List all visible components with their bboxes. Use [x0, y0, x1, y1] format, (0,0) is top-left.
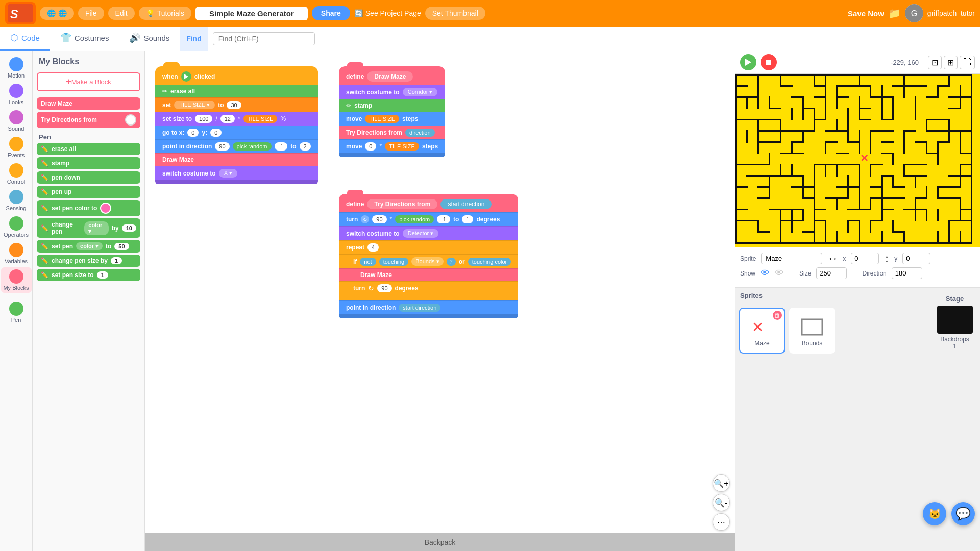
- file-button[interactable]: File: [78, 7, 104, 20]
- block-pen-down[interactable]: ✏️ pen down: [37, 171, 140, 184]
- tab-sounds[interactable]: 🔊 Sounds: [119, 27, 180, 51]
- set-thumbnail-button[interactable]: Set Thumbnail: [425, 7, 485, 20]
- costume-x-dropdown[interactable]: X ▾: [219, 169, 237, 178]
- avatar[interactable]: G: [905, 4, 923, 22]
- save-now-button[interactable]: Save Now: [848, 9, 884, 18]
- make-block-button[interactable]: + Make a Block: [37, 72, 140, 91]
- zoom-reset-button[interactable]: ⋯: [713, 513, 730, 531]
- block-switch-costume-x[interactable]: switch costume to X ▾: [155, 166, 318, 184]
- sidebar-item-sensing[interactable]: Sensing: [1, 188, 32, 213]
- block-repeat-4[interactable]: repeat 4: [339, 240, 518, 254]
- block-draw-maze-inner[interactable]: Draw Maze: [339, 268, 518, 281]
- stage-small-button[interactable]: ⊡: [928, 56, 942, 69]
- operators-dot: [9, 216, 23, 231]
- block-draw-maze-call[interactable]: Draw Maze: [155, 153, 318, 166]
- pen-down-label: pen down: [52, 174, 80, 181]
- color-val-dropdown[interactable]: color ▾: [76, 242, 103, 250]
- block-try-directions[interactable]: Try Directions from: [37, 112, 140, 128]
- define-draw-maze-block[interactable]: define Draw Maze: [339, 66, 445, 85]
- block-switch-detector[interactable]: switch costume to Detector ▾: [339, 226, 518, 240]
- stage-fullscreen-button[interactable]: ⛶: [960, 56, 975, 69]
- sidebar-item-control[interactable]: Control: [1, 161, 32, 187]
- edit-button[interactable]: Edit: [108, 7, 135, 20]
- detector-dropdown[interactable]: Detector ▾: [403, 229, 439, 238]
- tab-costumes[interactable]: 👕 Costumes: [50, 27, 119, 51]
- to-label-2: to: [453, 216, 459, 223]
- block-change-pen-color[interactable]: ✏️ change pen color ▾ by 10: [37, 218, 140, 238]
- block-set-tile-size[interactable]: set TILE SIZE ▾ to 30: [155, 97, 318, 112]
- find-input[interactable]: [213, 32, 315, 45]
- random-from: -1: [275, 142, 288, 151]
- share-button[interactable]: Share: [312, 6, 350, 20]
- sidebar-item-operators[interactable]: Operators: [1, 214, 32, 240]
- pen-label: Pen: [11, 317, 21, 323]
- tile-size-dropdown[interactable]: TILE SIZE ▾: [174, 101, 215, 109]
- size-input[interactable]: [816, 267, 847, 279]
- maze-canvas: [735, 74, 980, 247]
- to-random: to: [290, 143, 296, 150]
- tutorials-button[interactable]: 💡 Tutorials: [139, 7, 191, 20]
- sidebar-item-motion[interactable]: Motion: [1, 55, 32, 81]
- add-sprite-button[interactable]: 💬: [951, 502, 975, 525]
- block-stamp-define[interactable]: ✏ stamp: [339, 99, 445, 112]
- x-coord-input[interactable]: [851, 253, 879, 264]
- sidebar-item-pen[interactable]: Pen: [1, 299, 32, 325]
- hat-block-flag[interactable]: when clicked: [155, 66, 318, 85]
- backpack-bar[interactable]: Backpack: [145, 533, 735, 551]
- see-project-label: See Project Page: [365, 9, 421, 17]
- block-set-pen-color-val[interactable]: ✏️ set pen color ▾ to 50: [37, 240, 140, 253]
- block-set-size[interactable]: set size to 100 / 12 * TILE SIZE %: [155, 112, 318, 126]
- bounds-dropdown[interactable]: Bounds ▾: [411, 257, 443, 266]
- block-erase-all[interactable]: ✏️ erase all: [37, 143, 140, 155]
- stop-button[interactable]: [761, 54, 777, 70]
- sidebar-item-myblocks[interactable]: My Blocks: [1, 267, 32, 293]
- block-move-neg-tile-size[interactable]: move 0 * TILE SIZE steps: [339, 139, 445, 157]
- toggle-switch[interactable]: [125, 114, 136, 126]
- globe-button[interactable]: 🌐 🌐: [40, 7, 74, 20]
- sprite-tile-bounds[interactable]: Bounds: [789, 308, 835, 354]
- block-switch-corridor[interactable]: switch costume to Corridor ▾: [339, 85, 445, 99]
- sprite-tile-maze[interactable]: 🗑 ✕ Maze: [739, 308, 785, 354]
- tab-code[interactable]: ⬡ Code: [0, 27, 50, 51]
- zoom-out-button[interactable]: 🔍-: [713, 494, 730, 511]
- block-erase-all-canvas[interactable]: ✏ erase all: [155, 85, 318, 97]
- see-project-button[interactable]: 🔄 See Project Page: [354, 9, 421, 17]
- green-flag-button[interactable]: [740, 54, 756, 70]
- block-move-tile-size[interactable]: move TILE SIZE steps: [339, 112, 445, 126]
- project-name-input[interactable]: [195, 7, 308, 20]
- color-swatch[interactable]: [100, 203, 111, 214]
- block-stamp[interactable]: ✏️ stamp: [37, 157, 140, 169]
- block-set-pen-size[interactable]: ✏️ set pen size to 1: [37, 269, 140, 281]
- block-pen-up[interactable]: ✏️ pen up: [37, 186, 140, 198]
- sprite-name-input[interactable]: [761, 253, 822, 264]
- show-eye-closed[interactable]: 👁: [775, 268, 784, 279]
- slash-1: /: [215, 115, 217, 122]
- define-try-directions-block[interactable]: define Try Directions from start directi…: [339, 194, 518, 212]
- block-turn-cw-90[interactable]: turn ↻ 90 degrees: [339, 281, 518, 295]
- show-eye-open[interactable]: 👁: [761, 268, 770, 279]
- block-if[interactable]: if not touching Bounds ▾ ? or touching c…: [339, 254, 518, 268]
- pen-dot: [9, 302, 23, 316]
- block-turn-random[interactable]: turn ↻ 90 * pick random -1 to 1 degrees: [339, 212, 518, 226]
- folder-button[interactable]: 📁: [888, 7, 901, 19]
- color-dropdown[interactable]: color ▾: [84, 221, 108, 235]
- sidebar-item-looks[interactable]: Looks: [1, 82, 32, 107]
- block-goto-xy[interactable]: go to x: 0 y: 0: [155, 126, 318, 139]
- stage-large-button[interactable]: ⊞: [944, 56, 958, 69]
- add-extension-button[interactable]: 🐱: [923, 502, 946, 525]
- sprite-delete-maze[interactable]: 🗑: [773, 311, 782, 320]
- zoom-in-button[interactable]: 🔍+: [713, 474, 730, 492]
- sidebar-item-variables[interactable]: Variables: [1, 241, 32, 266]
- block-draw-maze[interactable]: Draw Maze: [37, 97, 140, 110]
- sidebar-item-events[interactable]: Events: [1, 135, 32, 160]
- block-set-pen-color[interactable]: ✏️ set pen color to: [37, 200, 140, 216]
- block-point-direction[interactable]: point in direction 90 pick random -1 to …: [155, 139, 318, 153]
- stage-thumbnail[interactable]: [937, 306, 973, 334]
- block-change-pen-size[interactable]: ✏️ change pen size by 1: [37, 255, 140, 267]
- block-try-directions-call[interactable]: Try Directions from direction: [339, 126, 445, 139]
- y-coord-input[interactable]: [902, 253, 930, 264]
- direction-input[interactable]: [892, 267, 922, 279]
- corridor-dropdown[interactable]: Corridor ▾: [403, 88, 438, 96]
- sidebar-item-sound[interactable]: Sound: [1, 108, 32, 134]
- block-point-start-dir[interactable]: point in direction start direction: [339, 300, 518, 318]
